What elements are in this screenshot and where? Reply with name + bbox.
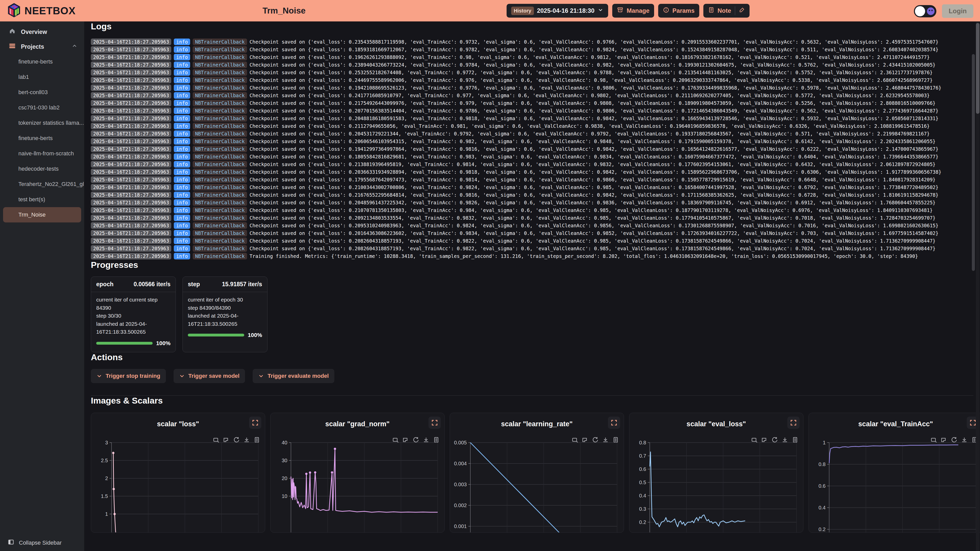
- log-message: Checkpoint saved on {'eval_loss': 0.2092…: [250, 215, 935, 221]
- sidebar-project-item[interactable]: Terahertz_No22_Gl261_gl...: [0, 176, 84, 192]
- log-level-badge: info: [174, 245, 190, 252]
- progress-desc: launched at 2025-04-16T21:18:33.500265: [96, 320, 170, 336]
- manage-button[interactable]: Manage: [612, 4, 654, 17]
- scalar-chart-card-eval_loss: scalar "eval_loss" 0.80.70.60.50.40.30.2: [629, 413, 803, 533]
- log-message: Checkpoint saved on {'eval_loss': 0.1942…: [250, 85, 942, 91]
- chart-plot[interactable]: 0.0050.0040.0030.0020.001: [450, 440, 624, 533]
- log-message: Training finished. Metrics: {'train_runt…: [250, 253, 918, 259]
- note-icon: [708, 6, 714, 15]
- chart-plot[interactable]: 0.80.70.60.50.40.30.2: [629, 440, 803, 533]
- log-row: 2025-04-16T21:18:27.205963 info NBTraine…: [91, 76, 974, 84]
- progress-card-step: step 15.91857 iter/s current iter of epo…: [183, 276, 267, 352]
- log-row: 2025-04-16T21:18:27.205963 info NBTraine…: [91, 214, 974, 222]
- chart-title: scalar "loss": [91, 420, 265, 428]
- expand-chart-button[interactable]: [249, 416, 261, 429]
- log-level-badge: info: [174, 46, 190, 53]
- log-timestamp-badge: 2025-04-16T21:18:27.205963: [91, 107, 171, 114]
- trigger-stop-training-button[interactable]: Trigger stop training: [91, 369, 166, 383]
- log-source-badge: NBTrainerCallback: [192, 69, 247, 76]
- page-scrollbar-thumb[interactable]: [976, 23, 980, 114]
- log-source-badge: NBTrainerCallback: [192, 123, 247, 129]
- progress-name: step: [188, 281, 200, 288]
- page-title: Trm_Noise: [262, 6, 306, 16]
- trigger-save-model-button[interactable]: Trigger save model: [173, 369, 245, 383]
- note-button-group[interactable]: Note: [703, 4, 749, 17]
- log-level-badge: info: [174, 207, 190, 213]
- log-timestamp-badge: 2025-04-16T21:18:27.205963: [91, 62, 171, 68]
- log-level-badge: info: [174, 230, 190, 237]
- log-timestamp-badge: 2025-04-16T21:18:27.205963: [91, 222, 171, 229]
- sidebar-project-item[interactable]: Trm_Noise: [3, 207, 81, 222]
- log-timestamp-badge: 2025-04-16T21:18:27.205963: [91, 38, 171, 45]
- expand-chart-button[interactable]: [428, 416, 441, 429]
- log-message: Checkpoint saved on {'eval_loss': 0.2532…: [250, 70, 933, 75]
- log-list[interactable]: 2025-04-16T21:18:27.205963 info NBTraine…: [91, 38, 974, 260]
- history-dropdown[interactable]: History 2025-04-16 21:18:30: [507, 4, 608, 17]
- log-row: 2025-04-16T21:18:27.205963 info NBTraine…: [91, 53, 974, 61]
- log-level-badge: info: [174, 38, 190, 45]
- log-message: Checkpoint saved on {'eval_loss': 0.2112…: [250, 123, 930, 129]
- chevron-up-icon[interactable]: [72, 43, 78, 51]
- sidebar-project-item[interactable]: csc791-030 lab2: [0, 100, 84, 115]
- chart-title: scalar "grad_norm": [270, 420, 444, 428]
- logs-scrollbar-thumb[interactable]: [972, 54, 975, 271]
- log-source-badge: NBTrainerCallback: [192, 253, 247, 259]
- sidebar-project-item[interactable]: finetune-berts: [0, 130, 84, 146]
- log-level-badge: info: [174, 153, 190, 160]
- sidebar-project-item[interactable]: finetune-berts: [0, 54, 84, 69]
- log-source-badge: NBTrainerCallback: [192, 153, 247, 160]
- collapse-sidebar-icon: [8, 539, 14, 547]
- log-timestamp-badge: 2025-04-16T21:18:27.205963: [91, 54, 171, 60]
- trigger-evaluate-model-button[interactable]: Trigger evaluate model: [253, 369, 334, 383]
- log-level-badge: info: [174, 138, 190, 144]
- chart-plot[interactable]: 10.80.60.40.2: [809, 440, 980, 533]
- log-message: Checkpoint saved on {'eval_loss': 0.2446…: [250, 77, 933, 83]
- log-source-badge: NBTrainerCallback: [192, 100, 247, 106]
- svg-text:30: 30: [282, 457, 287, 463]
- sidebar-project-item[interactable]: lab1: [0, 69, 84, 85]
- log-source-badge: NBTrainerCallback: [192, 146, 247, 152]
- sidebar-project-item[interactable]: naive-llm-from-scratch: [0, 146, 84, 161]
- sidebar-item-projects[interactable]: Projects: [0, 39, 84, 54]
- logo[interactable]: NEETBOX: [7, 3, 76, 19]
- log-source-badge: NBTrainerCallback: [192, 84, 247, 91]
- sidebar-item-label: Projects: [21, 43, 44, 50]
- params-button[interactable]: Params: [658, 4, 699, 17]
- log-timestamp-badge: 2025-04-16T21:18:27.205963: [91, 207, 171, 213]
- log-timestamp-badge: 2025-04-16T21:18:27.205963: [91, 130, 171, 137]
- log-message: Checkpoint saved on {'eval_loss': 0.2077…: [250, 108, 939, 114]
- sidebar-project-item[interactable]: bert-conll03: [0, 85, 84, 100]
- sidebar-item-overview[interactable]: Overview: [0, 24, 84, 39]
- sidebar-project-item[interactable]: test bert(s): [0, 192, 84, 207]
- chart-plot[interactable]: 40302010: [270, 440, 445, 533]
- theme-toggle[interactable]: [914, 5, 936, 17]
- history-value: 2025-04-16 21:18:30: [537, 7, 595, 14]
- log-message: Checkpoint saved on {'eval_loss': 0.2389…: [250, 62, 935, 68]
- svg-text:0.8: 0.8: [639, 440, 646, 445]
- svg-text:40: 40: [282, 440, 287, 445]
- chevron-down-icon: [179, 373, 185, 379]
- dark-mode-icon: [927, 7, 935, 15]
- login-button[interactable]: Login: [942, 4, 974, 18]
- sidebar-project-item[interactable]: tokenizer statistics llama...: [0, 115, 84, 130]
- chart-plot[interactable]: 32.521.51: [91, 440, 265, 533]
- svg-text:20: 20: [282, 475, 287, 481]
- fullscreen-icon: [611, 419, 617, 426]
- log-timestamp-badge: 2025-04-16T21:18:27.205963: [91, 77, 171, 83]
- sidebar-project-item[interactable]: hedecoder-tests: [0, 161, 84, 176]
- expand-chart-button[interactable]: [608, 416, 620, 429]
- log-level-badge: info: [174, 146, 190, 152]
- main-content: Logs 2025-04-16T21:18:27.205963 info NBT…: [84, 21, 980, 551]
- log-level-badge: info: [174, 62, 190, 68]
- expand-chart-button[interactable]: [788, 416, 800, 429]
- svg-text:1.5: 1.5: [101, 493, 108, 499]
- log-source-badge: NBTrainerCallback: [192, 46, 247, 53]
- log-row: 2025-04-16T21:18:27.205963 info NBTraine…: [91, 61, 974, 68]
- progress-card-epoch: epoch 0.00566 iter/s current iter of cur…: [91, 276, 176, 352]
- log-source-badge: NBTrainerCallback: [192, 176, 247, 183]
- collapse-sidebar-button[interactable]: Collapse Sidebar: [8, 539, 62, 547]
- progress-percent: 100%: [156, 339, 170, 348]
- edit-pencil-icon[interactable]: [739, 7, 745, 14]
- chevron-down-icon: [258, 373, 264, 379]
- svg-text:0.6: 0.6: [639, 466, 646, 472]
